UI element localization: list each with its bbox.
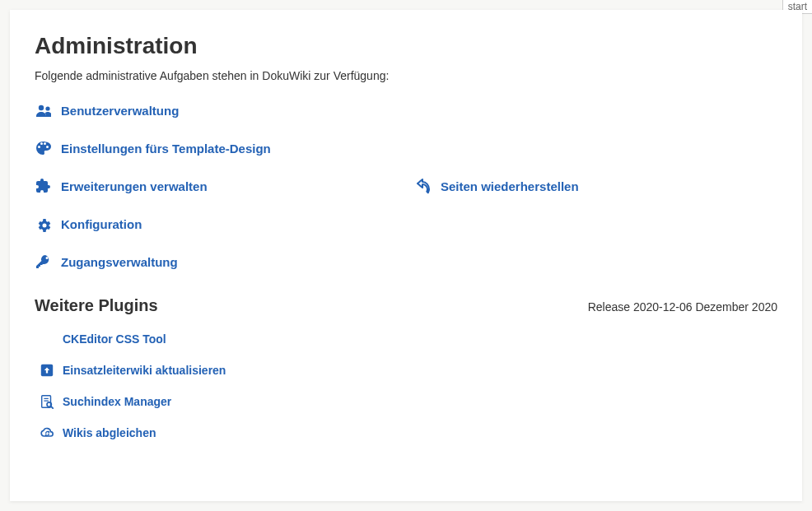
admin-tasks-left: Benutzerverwaltung Einstellungen fürs Te…	[35, 102, 398, 270]
admin-link-extensions[interactable]: Erweiterungen verwalten	[35, 178, 398, 194]
admin-link-label: Erweiterungen verwalten	[61, 179, 208, 193]
admin-link-configuration[interactable]: Konfiguration	[35, 216, 398, 232]
plugins-header-row: Weitere Plugins Release 2020-12-06 Dezem…	[35, 296, 777, 315]
users-icon	[35, 102, 51, 118]
gear-icon	[35, 216, 51, 232]
admin-link-label: Zugangsverwaltung	[61, 255, 178, 269]
admin-link-label: Seiten wiederherstellen	[441, 179, 579, 193]
admin-link-label: Benutzerverwaltung	[61, 104, 179, 118]
plugins-list: CKEditor CSS Tool Einsatzleiterwiki aktu…	[35, 332, 777, 440]
admin-link-user-management[interactable]: Benutzerverwaltung	[35, 102, 398, 118]
palette-icon	[35, 140, 51, 156]
admin-link-label: Konfiguration	[61, 217, 142, 231]
release-info: Release 2020-12-06 Dezember 2020	[588, 300, 777, 314]
upload-box-icon	[40, 363, 54, 378]
plugin-link-searchindex-manager[interactable]: Suchindex Manager	[35, 394, 777, 409]
plugin-link-ckeditor-css[interactable]: CKEditor CSS Tool	[35, 332, 777, 346]
cloud-sync-icon	[40, 425, 54, 440]
admin-link-access-control[interactable]: Zugangsverwaltung	[35, 253, 398, 270]
puzzle-icon	[35, 178, 51, 194]
key-icon	[35, 253, 51, 270]
admin-tasks-columns: Benutzerverwaltung Einstellungen fürs Te…	[35, 102, 777, 270]
undo-icon	[414, 178, 431, 194]
plugins-heading: Weitere Plugins	[35, 296, 158, 315]
plugin-link-wiki-sync[interactable]: Wikis abgleichen	[35, 425, 777, 440]
admin-tasks-right: Seiten wiederherstellen	[414, 102, 777, 270]
plugin-link-label: CKEditor CSS Tool	[63, 332, 166, 346]
doc-search-icon	[40, 394, 54, 409]
plugin-link-label: Suchindex Manager	[63, 395, 171, 408]
admin-page-card: Administration Folgende administrative A…	[10, 10, 802, 501]
admin-link-restore-pages[interactable]: Seiten wiederherstellen	[414, 178, 579, 194]
intro-text: Folgende administrative Aufgaben stehen …	[35, 69, 777, 82]
plugin-link-label: Einsatzleiterwiki aktualisieren	[63, 364, 226, 377]
admin-link-template-design[interactable]: Einstellungen fürs Template-Design	[35, 140, 398, 156]
page-title: Administration	[35, 33, 777, 59]
plugin-link-einsatzleiterwiki-update[interactable]: Einsatzleiterwiki aktualisieren	[35, 363, 777, 378]
plugin-link-label: Wikis abgleichen	[63, 426, 156, 439]
admin-link-label: Einstellungen fürs Template-Design	[61, 142, 271, 156]
